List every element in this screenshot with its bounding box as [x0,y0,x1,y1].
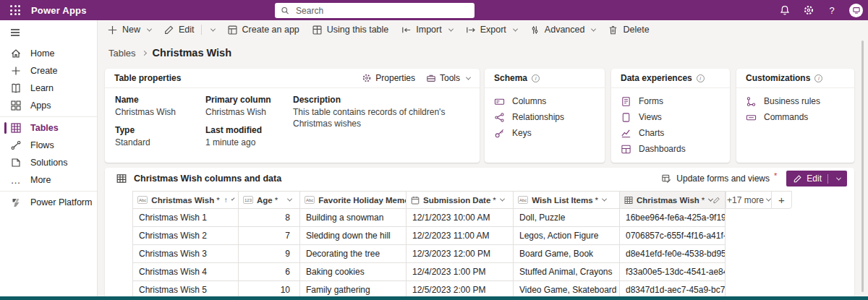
chevron-down-icon[interactable] [210,26,216,31]
cell-age[interactable]: 9 [239,245,300,263]
cell-wish[interactable]: Christmas Wish 2 [132,227,239,245]
info-icon[interactable]: i [697,74,705,82]
sidebar-item-power-platform[interactable]: Power Platform [0,194,97,211]
create-an-app-button[interactable]: Create an app [227,25,299,35]
hamburger-icon[interactable] [9,25,24,40]
cell-wish[interactable]: Christmas Wish 4 [132,263,239,281]
column-header-christmas-wish[interactable]: Abc Christmas Wish* ↑ [132,191,239,209]
gear-icon[interactable] [803,4,814,16]
cell-memory[interactable]: Decorating the tree [300,245,407,263]
update-forms-views-button[interactable]: Update forms and views* [661,173,777,184]
cell-age[interactable]: 7 [239,227,300,245]
chevron-down-icon[interactable] [231,197,234,200]
help-icon[interactable]: ? [827,5,837,16]
cell-memory[interactable]: Sledding down the hill [300,227,407,245]
cell-wish[interactable]: Christmas Wish 5 [132,281,239,296]
commands-icon [746,112,757,123]
cell-id[interactable]: f33a00e5-13dc-4541-ae84-256d9... [620,263,726,281]
delete-button[interactable]: Delete [608,25,649,35]
cell-items[interactable]: Stuffed Animal, Crayons [514,263,620,281]
cell-date[interactable]: 12/1/2023 10:00 AM [407,209,514,227]
info-icon[interactable]: i [532,74,540,82]
column-header-age[interactable]: 123 Age* [239,191,300,209]
advanced-label: Advanced [545,25,585,35]
table-type-icon [624,196,633,205]
update-forms-icon [661,173,672,184]
export-button[interactable]: Export [465,25,517,35]
import-button[interactable]: Import [401,25,452,35]
cell-items[interactable]: Doll, Puzzle [514,209,620,227]
sidebar-item-create[interactable]: Create [0,62,97,80]
cell-date[interactable]: 12/2/2023 11:00 AM [407,227,514,245]
sidebar-item-tables[interactable]: Tables [0,119,97,137]
cell-memory[interactable]: Family gathering [300,281,407,296]
customizations-item-business-rules[interactable]: Business rules [736,93,854,109]
data-item-dashboards[interactable]: Dashboards [611,141,730,157]
cell-date[interactable]: 12/4/2023 1:00 PM [407,263,514,281]
command-bar: New Edit Create an app Using this table … [107,23,650,36]
properties-button[interactable]: Properties [362,73,415,83]
new-button[interactable]: New [107,25,151,35]
using-this-table-button[interactable]: Using this table [312,25,388,35]
sidebar-item-more[interactable]: … More [0,171,97,189]
schema-item-keys[interactable]: Keys [485,125,605,141]
edit-button[interactable]: Edit [163,25,215,35]
schema-item-relationships[interactable]: Relationships [485,109,605,125]
more-columns-button[interactable]: +17 more [726,195,771,205]
sidebar-item-apps[interactable]: Apps [0,97,97,114]
cell-id[interactable]: 0706857c-655f-4f16-a41f-dd6117... [620,227,726,245]
customizations-item-commands[interactable]: Commands [736,109,854,125]
cell-items[interactable]: Legos, Action Figure [514,227,620,245]
last-modified-label: Last modified [205,125,271,136]
waffle-icon[interactable] [6,1,25,20]
cell-age[interactable]: 6 [239,263,300,281]
cell-memory[interactable]: Baking cookies [300,263,407,281]
global-search[interactable] [275,3,475,18]
cell-age[interactable]: 8 [239,209,300,227]
edit-table-button[interactable]: Edit [786,171,847,187]
sidebar-item-home[interactable]: Home [0,45,97,62]
chevron-down-icon [466,74,471,80]
cell-wish[interactable]: Christmas Wish 1 [132,209,239,227]
chevron-down-icon[interactable] [602,197,607,202]
cell-id[interactable]: d8e41efd-fe0e-4538-bd95-0adfc2... [620,245,726,263]
data-item-charts[interactable]: Charts [611,125,730,141]
tools-button[interactable]: Tools [426,73,470,83]
chevron-down-icon[interactable] [287,197,292,202]
column-header-christmas-wish-id[interactable]: Christmas Wish* [620,191,726,209]
advanced-button[interactable]: Advanced [529,25,596,35]
data-item-views[interactable]: Views [611,109,730,125]
column-header-wish-list-items[interactable]: Abc Wish List Items* [514,191,620,209]
edit-column-icon[interactable] [712,196,720,205]
search-input[interactable] [294,5,469,17]
breadcrumb-tables-link[interactable]: Tables [109,48,136,59]
cell-memory[interactable]: Building a snowman [300,209,407,227]
sidebar-item-flows[interactable]: Flows [0,137,97,154]
cell-wish[interactable]: Christmas Wish 3 [132,245,239,263]
sidebar-item-label: Tables [30,123,59,133]
cell-items[interactable]: Video Game, Skateboard [514,281,620,296]
columns-icon [494,96,505,107]
data-item-forms[interactable]: Forms [611,93,730,109]
add-column-button[interactable]: + [771,192,791,208]
cell-age[interactable]: 10 [239,281,300,296]
sidebar-item-solutions[interactable]: Solutions [0,154,97,171]
type-value: Standard [115,137,176,148]
cell-date[interactable]: 12/3/2023 12:00 PM [407,245,514,263]
column-header-favorite-holiday-memory[interactable]: Abc Favorite Holiday Memory [300,191,407,209]
schema-item-columns[interactable]: Columns [485,93,605,109]
app-title: Power Apps [31,5,87,16]
cell-date[interactable]: 12/5/2023 2:00 PM [407,281,514,296]
chevron-down-icon[interactable] [836,175,841,180]
cell-id[interactable]: 16bee964-fe6a-425a-9f19-b8f645... [620,209,726,227]
cell-items[interactable]: Board Game, Book [514,245,620,263]
avatar[interactable] [849,4,863,17]
vertical-scrollbar[interactable] [861,40,864,292]
sidebar-item-learn[interactable]: Learn [0,80,97,97]
cell-id[interactable]: d8347d1d-aec7-45a9-bc7d-748e... [620,281,726,296]
column-header-submission-date[interactable]: Submission Date* [407,191,514,209]
chevron-down-icon[interactable] [500,197,505,202]
info-icon[interactable]: i [814,74,822,82]
bell-icon[interactable] [779,4,791,16]
power-platform-icon [10,197,22,208]
